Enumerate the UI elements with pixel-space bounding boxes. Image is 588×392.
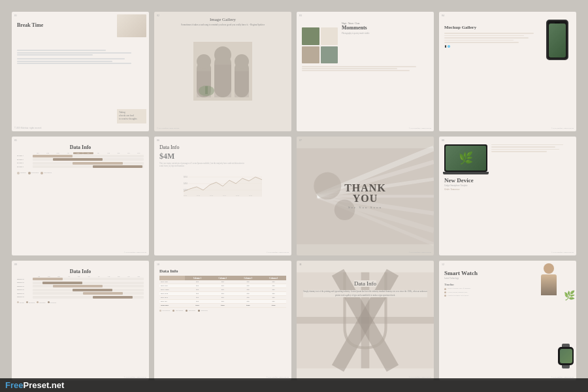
col-h: Mar bbox=[54, 276, 64, 277]
row-label: Finance M bbox=[17, 278, 31, 280]
slide5-header: Jan Feb Mar Apr May Jun Jul Aug Sep Oct … bbox=[17, 152, 144, 154]
arch-svg bbox=[193, 42, 252, 101]
slide4-title: Mockup Gallery bbox=[444, 25, 544, 30]
col-header: Feb bbox=[42, 152, 52, 154]
bar-track bbox=[33, 162, 144, 165]
laptop-screen: 🌿 bbox=[444, 144, 487, 172]
watch-band-bottom bbox=[562, 365, 570, 368]
slide4-footer: © 2019 Slidefisia / rights reserved bbox=[551, 127, 574, 129]
slide8-footer: © 2019 Slidefisia / rights reserved bbox=[551, 252, 574, 253]
slide-data-gantt2: 09 Data Info Jan Feb Mar Apr May Jun Jul… bbox=[12, 261, 149, 380]
slide8-bottom: New Device Gadget Smartphone Template Or… bbox=[444, 177, 571, 191]
col-header: Apr bbox=[63, 152, 73, 154]
slide-number-8: 08 bbox=[442, 139, 444, 142]
text-line bbox=[302, 70, 410, 71]
text-line bbox=[302, 68, 397, 69]
slide12-person bbox=[541, 263, 557, 295]
text-line bbox=[444, 37, 529, 39]
total-cell: $999 bbox=[185, 304, 210, 308]
slide6-chart: $6M $4M $2M 2014 2015 2016 2017 2018 201… bbox=[159, 171, 286, 197]
slide7-see-you-text: See You Soon bbox=[331, 206, 400, 209]
bar-track bbox=[33, 292, 144, 295]
slide2-footer: © 2019 Slidefisia / rights reserved bbox=[157, 127, 179, 129]
svg-rect-9 bbox=[235, 71, 249, 97]
slide6-amount: $4M bbox=[159, 152, 286, 161]
photo-2 bbox=[321, 27, 338, 45]
legend-dot bbox=[17, 301, 19, 303]
svg-text:2016: 2016 bbox=[210, 195, 214, 197]
col-header: Jul bbox=[93, 152, 103, 154]
slide8-laptop: 🌿 bbox=[444, 144, 489, 174]
slide8-subtitle: Gadget Smartphone Template bbox=[444, 184, 571, 187]
slide-data-table: 10 Data Info Column 1 Column 2 Column 3 … bbox=[154, 261, 291, 380]
slide1-lines bbox=[17, 50, 144, 65]
gantt-row: Finance M bbox=[17, 282, 144, 284]
legend-dot bbox=[172, 310, 174, 312]
gantt-row1: Project 1 bbox=[17, 155, 144, 157]
total-cell: $999 bbox=[235, 304, 261, 308]
legend-item: Description bbox=[28, 172, 39, 174]
col-header: Column 4 bbox=[261, 276, 286, 280]
bar-fill bbox=[93, 296, 133, 299]
col-h: May bbox=[74, 276, 84, 277]
slide-number-5: 05 bbox=[14, 139, 17, 142]
leaf-icon: 🌿 bbox=[459, 151, 473, 165]
bar-fill bbox=[73, 162, 123, 165]
text-line bbox=[17, 52, 131, 54]
legend-label: Baseline bbox=[20, 172, 26, 174]
plant-icon: 🌿 bbox=[564, 290, 575, 301]
text-line bbox=[17, 61, 112, 62]
bar-fill bbox=[33, 155, 73, 157]
bar-track bbox=[33, 285, 144, 287]
slide2-subtitle: Sometimes it takes a sad song to remind … bbox=[161, 24, 285, 27]
col-h: Jan bbox=[34, 276, 44, 277]
col-h: Sep bbox=[114, 276, 123, 277]
watermark-bar: FreePreset.net bbox=[0, 378, 588, 392]
legend-item: Description bbox=[41, 172, 52, 174]
slide-new-device: 08 🌿 New Device Gadget Smartphone Templa bbox=[439, 137, 576, 256]
laptop-screen-inner: 🌿 bbox=[446, 146, 486, 171]
legend-item: Description bbox=[159, 310, 170, 312]
legend-label: Description bbox=[39, 302, 45, 303]
svg-text:$4M: $4M bbox=[184, 182, 188, 185]
gantt-row: Finance M bbox=[17, 285, 144, 287]
timeline-dot bbox=[444, 291, 446, 293]
total-cell: $999 bbox=[210, 304, 235, 308]
bar-fill bbox=[53, 285, 103, 287]
legend-item: Enterprise bbox=[198, 310, 208, 312]
slide5-title: Data Info bbox=[17, 144, 144, 150]
legend-item: Description bbox=[37, 301, 45, 303]
timeline-text: Simply dummy text of printing. bbox=[448, 287, 471, 290]
text-line bbox=[491, 146, 555, 148]
svg-text:2018: 2018 bbox=[236, 195, 240, 197]
legend-label: Description bbox=[50, 302, 56, 303]
slide3-photos bbox=[302, 27, 338, 63]
shadow-svg bbox=[297, 261, 434, 380]
legend-dot bbox=[186, 310, 188, 312]
slide-data-chart: 06 Data Info $4M They are many variation… bbox=[154, 137, 291, 256]
svg-text:2017: 2017 bbox=[223, 195, 227, 197]
legend-dot bbox=[17, 172, 20, 174]
slide11-desc: Simply dummy text of the printing and ty… bbox=[303, 290, 427, 297]
slide11-bg bbox=[297, 261, 434, 380]
col-header: Sep bbox=[114, 152, 123, 154]
slide-mockup-gallery: 04 Mockup Gallery 📱 🌐 © 2019 Slidefisia … bbox=[439, 12, 576, 131]
gantt-row: Finance M bbox=[17, 296, 144, 299]
col-header-active: Jun bbox=[83, 152, 93, 154]
slide1-footer: © 2019 Slidefisia / rights reserved bbox=[14, 127, 41, 129]
slide10-title: Data Info bbox=[159, 269, 286, 274]
legend-item: Baseline bbox=[17, 172, 26, 174]
person-body bbox=[541, 274, 557, 295]
slide10-legend: Description Description Enterprise Enter… bbox=[159, 310, 286, 312]
slide11-title: Data Info bbox=[354, 280, 376, 287]
watch-face bbox=[558, 347, 574, 365]
col-header: Column 1 bbox=[185, 276, 210, 280]
col-header bbox=[159, 276, 185, 280]
col-h: Aug bbox=[104, 276, 114, 277]
col-header: Oct bbox=[123, 152, 133, 154]
svg-point-6 bbox=[235, 54, 249, 69]
gantt-row2: Project 2 bbox=[17, 158, 144, 161]
text-line bbox=[17, 63, 131, 64]
laptop-base bbox=[443, 172, 489, 174]
watch-screen bbox=[560, 349, 572, 363]
